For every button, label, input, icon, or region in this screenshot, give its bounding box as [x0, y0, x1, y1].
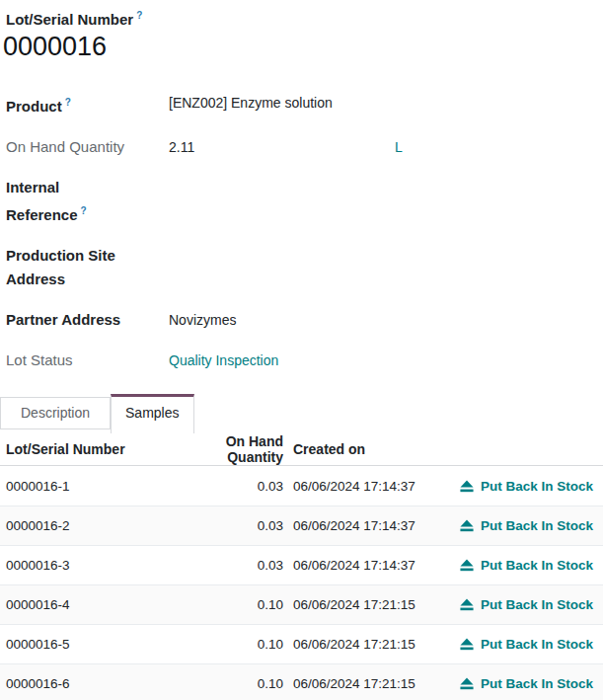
put-back-in-stock-button[interactable]: Put Back In Stock	[460, 637, 593, 652]
help-icon[interactable]: ?	[136, 10, 142, 21]
production-site-address-value	[169, 244, 603, 291]
table-body: 0000016-1 0.03 06/06/2024 17:14:37 Put B…	[0, 466, 603, 700]
internal-reference-label: Internal Reference?	[6, 176, 139, 227]
partner-address-label: Partner Address	[6, 308, 139, 332]
cell-on-hand-quantity: 0.03	[174, 558, 283, 573]
tab-samples[interactable]: Samples	[111, 394, 193, 433]
tab-samples-label: Samples	[125, 405, 179, 421]
table-row[interactable]: 0000016-6 0.10 06/06/2024 17:21:15 Put B…	[0, 663, 603, 700]
cell-created-on: 06/06/2024 17:14:37	[283, 518, 451, 533]
cell-lot-serial-number: 0000016-4	[0, 597, 174, 612]
cell-created-on: 06/06/2024 17:21:15	[283, 597, 451, 612]
cell-action: Put Back In Stock	[451, 597, 603, 612]
tab-description-label: Description	[21, 405, 90, 421]
on-hand-quantity-label: On Hand Quantity	[6, 135, 139, 159]
put-back-in-stock-label: Put Back In Stock	[481, 637, 593, 652]
cell-lot-serial-number: 0000016-2	[0, 518, 174, 533]
field-internal-reference: Internal Reference?	[6, 176, 603, 227]
eject-icon	[460, 598, 474, 611]
header-created-on[interactable]: Created on	[283, 441, 451, 457]
lot-status-label: Lot Status	[6, 349, 139, 372]
cell-on-hand-quantity: 0.10	[174, 597, 283, 612]
table-row[interactable]: 0000016-1 0.03 06/06/2024 17:14:37 Put B…	[0, 466, 603, 506]
internal-reference-value	[169, 176, 603, 227]
cell-action: Put Back In Stock	[451, 518, 603, 533]
notebook-tabs: Description Samples	[0, 394, 603, 433]
put-back-in-stock-button[interactable]: Put Back In Stock	[460, 479, 593, 494]
cell-created-on: 06/06/2024 17:21:15	[283, 676, 451, 691]
table-row[interactable]: 0000016-5 0.10 06/06/2024 17:21:15 Put B…	[0, 624, 603, 663]
tab-description[interactable]: Description	[0, 397, 111, 429]
cell-action: Put Back In Stock	[451, 637, 603, 652]
cell-action: Put Back In Stock	[451, 479, 603, 494]
cell-lot-serial-number: 0000016-6	[0, 676, 174, 691]
cell-created-on: 06/06/2024 17:14:37	[283, 479, 451, 494]
uom-link[interactable]: L	[395, 135, 403, 159]
put-back-in-stock-label: Put Back In Stock	[481, 676, 593, 691]
field-production-site-address: Production Site Address	[6, 244, 603, 291]
table-header-row: Lot/Serial Number On Hand Quantity Creat…	[0, 433, 603, 466]
eject-icon	[460, 677, 474, 690]
page-title-label: Lot/Serial Number	[6, 11, 133, 28]
header-on-hand-quantity[interactable]: On Hand Quantity	[174, 433, 283, 465]
lot-serial-value: 0000016	[3, 30, 603, 63]
title-label-line: Lot/Serial Number?	[6, 10, 603, 30]
eject-icon	[460, 638, 474, 651]
title-block: Lot/Serial Number? 0000016	[0, 10, 603, 63]
field-product: Product? [ENZ002] Enzyme solution	[6, 91, 603, 118]
partner-address-value: Novizymes	[169, 308, 603, 332]
cell-on-hand-quantity: 0.03	[174, 518, 283, 533]
table-row[interactable]: 0000016-4 0.10 06/06/2024 17:21:15 Put B…	[0, 584, 603, 624]
field-group: Product? [ENZ002] Enzyme solution On Han…	[0, 91, 603, 372]
product-label: Product?	[6, 91, 139, 118]
on-hand-quantity-value: 2.11 L	[169, 135, 603, 159]
cell-created-on: 06/06/2024 17:21:15	[283, 637, 451, 652]
cell-action: Put Back In Stock	[451, 676, 603, 691]
help-icon[interactable]: ?	[65, 97, 71, 108]
cell-on-hand-quantity: 0.03	[174, 479, 283, 494]
field-lot-status: Lot Status Quality Inspection	[6, 349, 603, 372]
cell-lot-serial-number: 0000016-5	[0, 637, 174, 652]
table-row[interactable]: 0000016-2 0.03 06/06/2024 17:14:37 Put B…	[0, 506, 603, 545]
put-back-in-stock-button[interactable]: Put Back In Stock	[460, 558, 593, 573]
help-icon[interactable]: ?	[81, 205, 87, 216]
lot-status-value: Quality Inspection	[169, 349, 603, 372]
quantity-number: 2.11	[169, 135, 395, 159]
cell-on-hand-quantity: 0.10	[174, 676, 283, 691]
samples-table: Lot/Serial Number On Hand Quantity Creat…	[0, 433, 603, 700]
cell-action: Put Back In Stock	[451, 558, 603, 573]
table-row[interactable]: 0000016-3 0.03 06/06/2024 17:14:37 Put B…	[0, 545, 603, 584]
put-back-in-stock-label: Put Back In Stock	[481, 597, 593, 612]
field-partner-address: Partner Address Novizymes	[6, 308, 603, 332]
lot-form: Lot/Serial Number? 0000016 Product? [ENZ…	[0, 0, 603, 700]
field-on-hand-quantity: On Hand Quantity 2.11 L	[6, 135, 603, 159]
production-site-address-label: Production Site Address	[6, 244, 139, 291]
lot-status-link[interactable]: Quality Inspection	[169, 349, 278, 372]
put-back-in-stock-label: Put Back In Stock	[481, 558, 593, 573]
put-back-in-stock-label: Put Back In Stock	[481, 518, 593, 533]
put-back-in-stock-button[interactable]: Put Back In Stock	[460, 676, 593, 691]
product-value: [ENZ002] Enzyme solution	[169, 91, 603, 118]
cell-lot-serial-number: 0000016-1	[0, 479, 174, 494]
put-back-in-stock-button[interactable]: Put Back In Stock	[460, 597, 593, 612]
cell-created-on: 06/06/2024 17:14:37	[283, 558, 451, 573]
cell-lot-serial-number: 0000016-3	[0, 558, 174, 573]
eject-icon	[460, 559, 474, 572]
header-lot-serial-number[interactable]: Lot/Serial Number	[0, 441, 174, 457]
eject-icon	[460, 480, 474, 493]
eject-icon	[460, 519, 474, 532]
put-back-in-stock-label: Put Back In Stock	[481, 479, 593, 494]
cell-on-hand-quantity: 0.10	[174, 637, 283, 652]
put-back-in-stock-button[interactable]: Put Back In Stock	[460, 518, 593, 533]
